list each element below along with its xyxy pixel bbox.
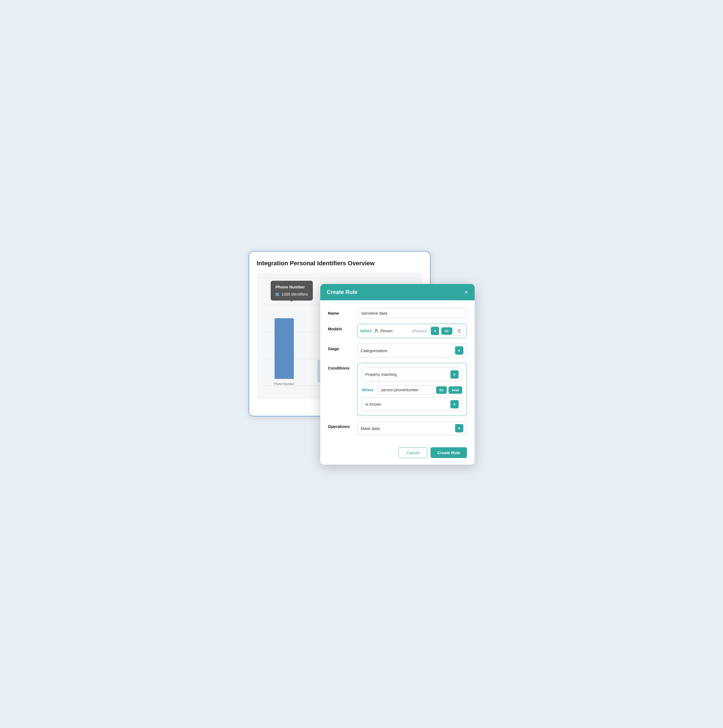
property-value: Property matching [366, 372, 397, 377]
where-label: Where [362, 388, 376, 392]
operations-select[interactable]: Mask data ▾ [357, 421, 467, 435]
operations-value: Mask data [361, 426, 380, 431]
chart-tooltip: Phone Number 1339 Identifiers [271, 281, 313, 301]
models-selector[interactable]: Select Person (/Person) ▾ Or [357, 324, 467, 338]
tooltip-value: 1339 Identifiers [276, 292, 308, 297]
where-input[interactable] [378, 385, 434, 395]
tooltip-label: Phone Number [276, 284, 308, 291]
property-chevron-button[interactable]: ▾ [450, 370, 459, 379]
models-label: Models [328, 324, 353, 331]
conditions-top: Property matching ▾ [362, 368, 462, 381]
conditions-label: Conditions [328, 363, 353, 370]
person-icon [374, 329, 379, 333]
delete-model-button[interactable] [455, 326, 464, 336]
chart-bar-wrapper: Phone Number [274, 318, 294, 385]
create-rule-dialog: Create Rule × Name Models Select [320, 284, 474, 465]
chevron-down-icon: ▾ [458, 348, 460, 353]
stage-chevron-button[interactable]: ▾ [455, 346, 463, 355]
dialog-title: Create Rule [327, 289, 357, 295]
conditions-row: Conditions Property matching ▾ [328, 363, 467, 416]
and-button[interactable]: And [448, 386, 462, 394]
name-input[interactable] [357, 308, 467, 318]
trash-icon [457, 329, 461, 333]
svg-point-0 [375, 329, 377, 330]
tooltip-icon [276, 293, 279, 296]
or-button[interactable]: Or [436, 386, 447, 394]
chart-bar [275, 318, 294, 379]
operations-control: Mask data ▾ [357, 421, 467, 435]
models-chevron-button[interactable]: ▾ [431, 327, 439, 335]
chevron-down-icon: ▾ [453, 402, 455, 407]
stage-row: Stage Categorisation ▾ [328, 344, 467, 357]
chevron-down-icon: ▾ [453, 372, 455, 377]
create-rule-button[interactable]: Create Rule [430, 447, 467, 458]
where-row: Where Or And [362, 385, 462, 395]
dialog-header: Create Rule × [320, 284, 474, 300]
is-known-select[interactable]: Is Known ▾ [362, 398, 462, 411]
name-row: Name [328, 308, 467, 318]
dialog-footer: Cancel Create Rule [320, 447, 474, 465]
property-select[interactable]: Property matching ▾ [362, 368, 462, 381]
operations-row: Operations Mask data ▾ [328, 421, 467, 435]
page-title: Integration Personal Identifiers Overvie… [257, 260, 422, 267]
operations-chevron-button[interactable]: ▾ [455, 424, 463, 432]
stage-value: Categorisation [361, 348, 387, 353]
models-row-wrap: Models Select Person (/Person) [328, 324, 467, 338]
model-tag: Person (/Person) [374, 329, 429, 333]
bar-label: Phone Number [274, 382, 294, 385]
model-name: Person [380, 329, 392, 333]
chevron-down-icon: ▾ [458, 426, 460, 430]
cancel-button[interactable]: Cancel [398, 447, 427, 458]
stage-label: Stage [328, 344, 353, 351]
operations-label: Operations [328, 421, 353, 429]
dialog-body: Name Models Select [320, 300, 474, 447]
close-button[interactable]: × [464, 289, 468, 295]
stage-control: Categorisation ▾ [357, 344, 467, 357]
models-control: Select Person (/Person) ▾ Or [357, 324, 467, 338]
is-known-value: Is Known [366, 402, 381, 407]
conditions-box: Property matching ▾ Where Or [357, 363, 467, 416]
model-path: (/Person) [412, 329, 426, 333]
name-field-wrap [357, 308, 467, 318]
scene: Integration Personal Identifiers Overvie… [249, 251, 474, 477]
is-known-chevron-button[interactable]: ▾ [450, 400, 459, 408]
stage-select[interactable]: Categorisation ▾ [357, 344, 467, 357]
models-select-label[interactable]: Select [360, 329, 372, 333]
conditions-control: Property matching ▾ Where Or [357, 363, 467, 416]
or-and-buttons: Or And [436, 386, 462, 394]
models-or-button[interactable]: Or [441, 327, 452, 335]
chevron-down-icon: ▾ [434, 329, 436, 333]
name-label: Name [328, 308, 353, 315]
is-known-row: Is Known ▾ [362, 398, 462, 411]
